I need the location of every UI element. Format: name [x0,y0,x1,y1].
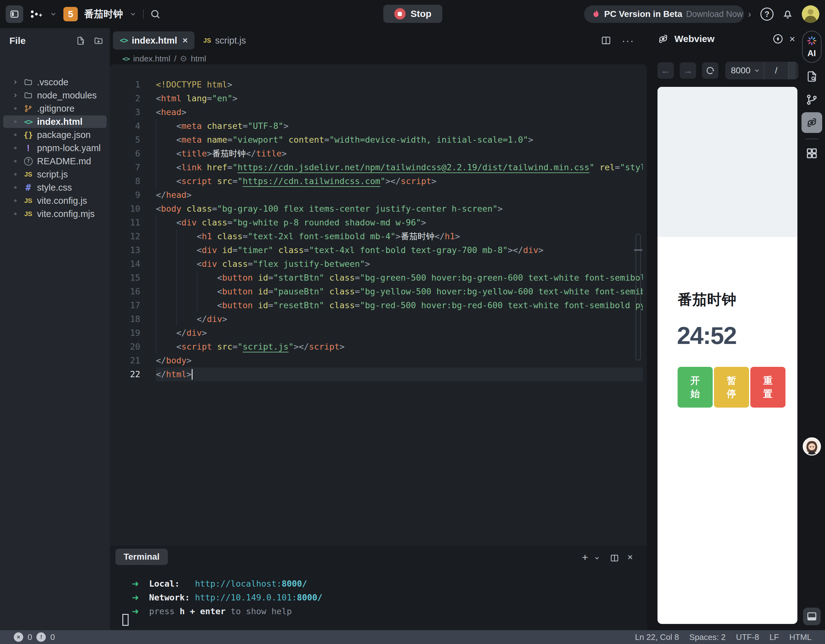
code-line-16[interactable]: 16 <button id="pauseBtn" class="bg-yello… [110,285,647,299]
code-brackets-icon: <> [22,117,34,126]
code-line-6[interactable]: 6 <title>番茄时钟</title> [110,147,647,160]
webview-port-select[interactable]: 8000 [725,66,750,75]
editor-scrollbar[interactable] [635,234,641,361]
rail-divider [805,139,819,139]
terminal-panel: Terminal + × ➜ Local: http://localhost:8… [110,545,647,630]
webview-button-暂停[interactable]: 暂停 [714,367,749,408]
sidebar-item-README.md[interactable]: ?README.md [3,155,107,168]
status-utf8[interactable]: UTF-8 [736,632,759,642]
status-spaces[interactable]: Spaces: 2 [689,632,726,642]
assistant-avatar[interactable] [803,438,821,456]
user-avatar[interactable] [802,5,819,23]
beta-download-banner[interactable]: PC Version in Beta Download Now › [584,5,744,23]
sidebar-item-.gitignore[interactable]: .gitignore [3,102,107,115]
workspace-chevron-down-icon[interactable] [49,10,57,18]
code-line-10[interactable]: 10<body class="bg-gray-100 flex items-ce… [110,202,647,216]
code-line-5[interactable]: 5 <meta name="viewport" content="width=d… [110,133,647,147]
code-line-18[interactable]: 18 </div> [110,312,647,326]
circle-question-icon: ? [22,157,34,166]
terminal-tab[interactable]: Terminal [116,549,168,565]
sidebar-item-.vscode[interactable]: .vscode [3,76,107,88]
sidebar-toggle-button[interactable] [6,5,23,23]
exclamation-icon: ! [22,143,34,153]
more-actions-icon[interactable]: ··· [622,37,634,43]
code-line-15[interactable]: 15 <button id="startBtn" class="bg-green… [110,271,647,285]
webview-back-button[interactable]: ← [658,62,674,79]
code-line-11[interactable]: 11 <div class="bg-white p-8 rounded shad… [110,216,647,230]
file-search-icon[interactable] [806,70,818,83]
editor-scrollbar-thumb[interactable] [634,249,643,251]
webview-refresh-button[interactable] [702,62,718,79]
webview-addr-extra[interactable] [789,62,796,79]
project-chevron-down-icon[interactable] [129,10,137,18]
split-editor-icon[interactable] [601,35,611,45]
tab-label: script.js [215,35,246,46]
extensions-grid-icon[interactable] [805,147,819,160]
app-logo-icon[interactable] [29,8,43,20]
page-heading: 番茄时钟 [678,290,737,310]
sidebar-item-pnpm-lock.yaml[interactable]: !pnpm-lock.yaml [3,142,107,154]
code-line-2[interactable]: 2<html lang="en"> [110,92,647,105]
close-terminal-icon[interactable]: × [627,552,633,562]
port-chevron-down-icon[interactable] [754,67,760,74]
code-line-1[interactable]: 1<!DOCTYPE html> [110,78,647,92]
help-icon[interactable]: ? [760,8,774,21]
code-line-8[interactable]: 8 <script src="https://cdn.tailwindcss.c… [110,174,647,188]
status-ln[interactable]: Ln 22, Col 8 [635,632,679,642]
code-line-19[interactable]: 19 </div> [110,326,647,340]
new-folder-icon[interactable] [93,36,104,45]
indent-guides [156,174,176,188]
code-editor[interactable]: 1<!DOCTYPE html>2<html lang="en">3<head>… [110,64,647,545]
toggle-bottom-panel-button[interactable] [803,608,820,625]
terminal-dropdown-chevron-icon[interactable] [594,555,600,561]
webview-button-开始[interactable]: 开始 [678,367,713,408]
search-icon[interactable] [150,9,161,19]
code-line-20[interactable]: 20 <script src="script.js"></script> [110,340,647,354]
code-line-text: <script src="https://cdn.tailwindcss.com… [156,174,643,188]
code-line-21[interactable]: 21</body> [110,354,647,367]
source-control-git-icon[interactable] [805,93,819,106]
sidebar-item-vite.config.mjs[interactable]: JSvite.config.mjs [3,208,107,220]
close-tab-icon[interactable]: × [182,35,188,45]
webview-forward-button[interactable]: → [680,62,696,79]
problems-indicator[interactable]: ×0!0 [14,632,55,642]
code-line-12[interactable]: 12 <h1 class="text-2xl font-semibold mb-… [110,230,647,243]
code-line-17[interactable]: 17 <button id="resetBtn" class="bg-red-5… [110,299,647,312]
code-line-9[interactable]: 9</head> [110,188,647,202]
code-line-text: <meta name="viewport" content="width=dev… [156,133,643,147]
close-webview-icon[interactable]: × [789,33,795,45]
status-lf[interactable]: LF [769,632,779,642]
open-in-browser-compass-icon[interactable] [772,33,783,45]
file-explorer-sidebar: File .vscodenode_modules.gitignore<>inde… [0,28,110,630]
tab-index.html[interactable]: <>index.html× [113,31,195,49]
code-line-14[interactable]: 14 <div class="flex justify-between"> [110,257,647,271]
notifications-bell-icon[interactable] [782,8,794,20]
code-line-3[interactable]: 3<head> [110,105,647,119]
code-line-4[interactable]: 4 <meta charset="UTF-8"> [110,119,647,133]
code-line-13[interactable]: 13 <div id="timer" class="text-4xl font-… [110,243,647,257]
breadcrumb-item[interactable]: index.html [133,54,171,64]
sidebar-item-style.css[interactable]: #style.css [3,181,107,194]
sidebar-item-package.json[interactable]: {}package.json [3,129,107,141]
tab-script.js[interactable]: JSscript.js [196,31,253,49]
breadcrumb-item[interactable]: html [191,54,206,64]
sidebar-item-node_modules[interactable]: node_modules [3,89,107,102]
webview-address-bar[interactable]: 8000 / [725,62,798,79]
sidebar-item-vite.config.js[interactable]: JSvite.config.js [3,194,107,207]
webview-path-input[interactable]: / [764,66,788,75]
new-terminal-icon[interactable]: + [582,552,588,562]
ai-assistant-button[interactable]: AI [802,31,822,63]
project-name[interactable]: 番茄时钟 [84,8,123,21]
file-explorer-header: File [9,34,104,47]
stop-button[interactable]: Stop [383,5,442,23]
status-html[interactable]: HTML [789,632,811,642]
new-file-icon[interactable] [76,36,85,45]
sidebar-item-index.html[interactable]: <>index.html [3,116,107,128]
sidebar-item-script.js[interactable]: JSscript.js [3,168,107,180]
code-line-22[interactable]: 22</html> [110,367,647,381]
terminal-output[interactable]: ➜ Local: http://localhost:8000/➜ Network… [132,577,323,618]
webview-eye-toggle[interactable] [802,112,822,133]
webview-button-重置[interactable]: 重置 [750,367,785,408]
code-line-7[interactable]: 7 <link href="https://cdn.jsdelivr.net/n… [110,160,647,174]
split-terminal-icon[interactable] [610,554,619,562]
